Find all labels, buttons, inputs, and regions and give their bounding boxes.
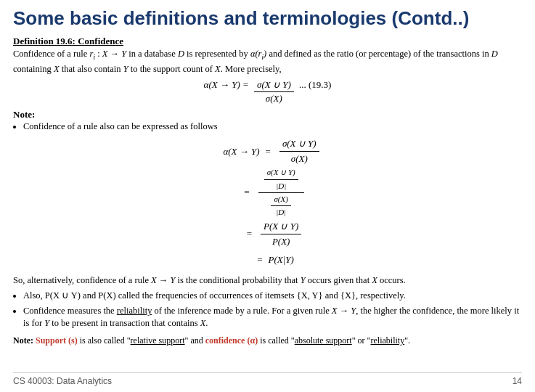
formula-row-1: α(X → Y) = σ(X ∪ Y) σ(X) <box>223 137 322 166</box>
main-fraction: σ(X ∪ Y) σ(X) <box>254 79 294 105</box>
formula-row-2: = σ(X ∪ Y) |D| σ(X) <box>238 167 306 219</box>
footer-course: CS 40003: Data Analytics <box>13 376 112 386</box>
definition-body: Confidence of a rule ri : X → Y in a dat… <box>13 47 522 75</box>
note-label: Note: <box>13 109 522 121</box>
slide-title: Some basic definitions and terminologies… <box>13 7 522 30</box>
slide: Some basic definitions and terminologies… <box>0 0 535 392</box>
bullet-item-1: Confidence of a rule also can be express… <box>23 121 522 271</box>
main-formula: α(X → Y) = σ(X ∪ Y) σ(X) ... (19.3) <box>13 79 522 105</box>
bullet-list: Confidence of a rule also can be express… <box>23 121 522 271</box>
note-section: Note: Confidence of a rule also can be e… <box>13 109 522 330</box>
footer-page: 14 <box>512 376 522 386</box>
formula-row-4: = P(X|Y) <box>251 250 294 270</box>
bullet-item-3: Confidence measures the reliability of t… <box>23 305 522 330</box>
so-text: So, alternatively, confidence of a rule … <box>13 274 522 287</box>
definition-block: Definition 19.6: Confidence Confidence o… <box>13 36 522 105</box>
formula-row-3: = P(X ∪ Y) P(X) <box>241 220 305 248</box>
note-bottom: Note: Support (s) is also called "relati… <box>13 334 522 347</box>
multi-line-formula: α(X → Y) = σ(X ∪ Y) σ(X) = <box>23 136 522 271</box>
definition-heading: Definition 19.6: Confidence <box>13 36 123 46</box>
bullet-list-2: Also, P(X ∪ Y) and P(X) called the frequ… <box>23 290 522 330</box>
bullet-item-2: Also, P(X ∪ Y) and P(X) called the frequ… <box>23 290 522 303</box>
footer: CS 40003: Data Analytics 14 <box>13 372 522 386</box>
